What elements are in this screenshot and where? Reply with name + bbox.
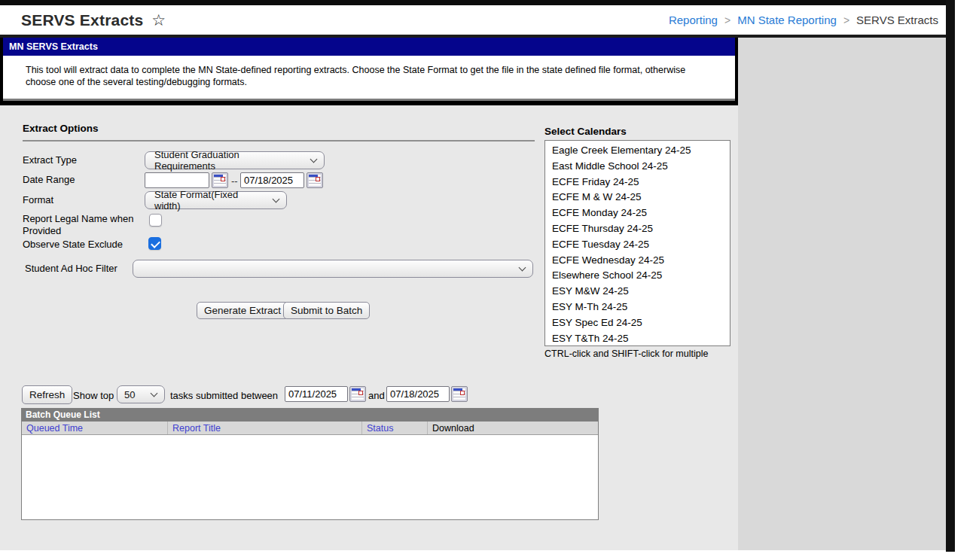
calendar-picker-icon[interactable] <box>307 172 323 188</box>
format-value: State Format(Fixed width) <box>154 189 263 212</box>
tool-description-text: This tool will extract data to complete … <box>26 64 692 88</box>
calendars-listbox[interactable]: Eagle Creek Elementary 24-25 East Middle… <box>544 140 730 346</box>
batch-queue-title: Batch Queue List <box>22 409 598 422</box>
date-range-label: Date Range <box>23 174 75 185</box>
page-title: SERVS Extracts ☆ <box>21 5 166 35</box>
page-title-text: SERVS Extracts <box>21 11 143 29</box>
ad-hoc-filter-label: Student Ad Hoc Filter <box>25 263 117 274</box>
extract-options-heading: Extract Options <box>23 123 99 134</box>
window-right-edge <box>946 0 955 552</box>
calendar-option[interactable]: ECFE Thursday 24-25 <box>545 221 730 237</box>
calendar-option[interactable]: ESY M-Th 24-25 <box>545 300 730 315</box>
refresh-button[interactable]: Refresh <box>22 385 72 404</box>
observe-state-exclude-checkbox[interactable] <box>148 237 161 250</box>
calendar-option[interactable]: ESY Spec Ed 24-25 <box>545 315 730 331</box>
chevron-down-icon <box>273 195 280 202</box>
calendar-picker-icon[interactable] <box>212 172 228 188</box>
tool-header-frame: MN SERVS Extracts This tool will extract… <box>0 38 738 105</box>
calendar-option[interactable]: ECFE Friday 24-25 <box>545 175 730 190</box>
tool-description-box: This tool will extract data to complete … <box>3 56 735 101</box>
generate-extract-button[interactable]: Generate Extract <box>197 302 288 319</box>
and-label: and <box>368 390 385 401</box>
window-top-edge <box>0 0 955 5</box>
breadcrumb-current-page: SERVS Extracts <box>856 14 938 26</box>
extract-type-select[interactable]: Student Graduation Requirements <box>145 151 325 169</box>
show-top-label: Show top <box>73 390 114 401</box>
show-top-select[interactable]: 50 <box>117 385 165 403</box>
batch-queue-empty-body <box>22 435 598 519</box>
ad-hoc-filter-select[interactable] <box>133 260 533 278</box>
calendar-option[interactable]: ECFE Monday 24-25 <box>545 205 730 221</box>
calendar-picker-icon[interactable] <box>349 386 366 402</box>
breadcrumb-separator-icon: > <box>843 14 849 26</box>
calendar-option[interactable]: ECFE Tuesday 24-25 <box>545 237 730 253</box>
date-range-end-input[interactable] <box>240 172 304 188</box>
report-legal-name-label: Report Legal Name when Provided <box>23 213 143 237</box>
column-header-status[interactable]: Status <box>362 422 428 434</box>
date-range-start-input[interactable] <box>145 172 209 188</box>
breadcrumb-mn-state-reporting[interactable]: MN State Reporting <box>737 14 837 26</box>
breadcrumb: Reporting > MN State Reporting > SERVS E… <box>669 5 938 35</box>
tasks-end-date-input[interactable] <box>386 386 450 402</box>
show-top-value: 50 <box>124 389 135 400</box>
tasks-between-label: tasks submitted between <box>170 390 278 401</box>
calendar-option[interactable]: Eagle Creek Elementary 24-25 <box>545 143 730 159</box>
select-calendars-heading: Select Calendars <box>544 126 627 137</box>
calendars-multiselect-hint: CTRL-click and SHIFT-click for multiple <box>544 348 708 359</box>
right-side-panel <box>738 38 946 550</box>
calendar-today-icon <box>221 177 225 181</box>
calendar-option[interactable]: ECFE M & W 24-25 <box>545 190 730 205</box>
report-legal-name-checkbox[interactable] <box>149 214 162 227</box>
chevron-down-icon <box>519 263 526 271</box>
batch-queue-table: Batch Queue List Queued Time Report Titl… <box>21 408 599 520</box>
calendar-today-icon <box>460 391 465 395</box>
calendar-today-icon <box>358 391 363 395</box>
extract-type-label: Extract Type <box>23 154 77 166</box>
column-header-report-title[interactable]: Report Title <box>168 422 362 434</box>
calendar-option[interactable]: ESY M&W 24-25 <box>545 284 730 300</box>
favorite-star-icon[interactable]: ☆ <box>151 12 166 28</box>
titlebar: SERVS Extracts ☆ Reporting > MN State Re… <box>0 5 946 35</box>
calendar-picker-icon[interactable] <box>451 386 468 402</box>
format-label: Format <box>23 194 53 205</box>
tasks-start-date-input[interactable] <box>285 386 348 402</box>
breadcrumb-reporting[interactable]: Reporting <box>669 14 718 26</box>
chevron-down-icon <box>310 155 318 163</box>
calendar-option[interactable]: ECFE Wednesday 24-25 <box>545 253 730 269</box>
format-select[interactable]: State Format(Fixed width) <box>145 191 287 209</box>
date-range-separator: -- <box>231 175 238 187</box>
calendar-today-icon <box>316 177 320 181</box>
calendar-option[interactable]: East Middle School 24-25 <box>545 159 730 175</box>
column-header-queued-time[interactable]: Queued Time <box>22 422 168 434</box>
extract-type-value: Student Graduation Requirements <box>154 149 300 172</box>
tool-title-bar: MN SERVS Extracts <box>3 38 735 56</box>
batch-queue-header-row: Queued Time Report Title Status Download <box>22 422 598 435</box>
chevron-down-icon <box>151 389 158 397</box>
calendar-option[interactable]: Elsewhere School 24-25 <box>545 268 730 284</box>
breadcrumb-separator-icon: > <box>724 14 730 26</box>
observe-state-exclude-label: Observe State Exclude <box>23 239 123 250</box>
submit-to-batch-button[interactable]: Submit to Batch <box>283 302 370 319</box>
extract-options-rule <box>23 140 535 142</box>
calendar-option[interactable]: ESY T&Th 24-25 <box>545 331 730 346</box>
servs-extracts-screen: SERVS Extracts ☆ Reporting > MN State Re… <box>0 0 976 560</box>
column-header-download: Download <box>428 422 598 434</box>
